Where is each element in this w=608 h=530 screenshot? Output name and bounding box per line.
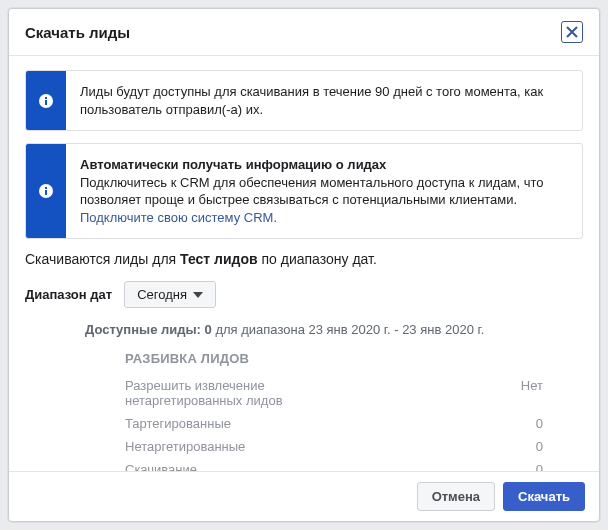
info-crm-text: Подключитесь к CRM для обеспечения момен…: [80, 175, 544, 208]
dialog-footer: Отмена Скачать: [9, 471, 599, 521]
date-range-row: Диапазон дат Сегодня: [25, 281, 583, 308]
available-leads-line: Доступные лиды: 0 для диапазона 23 янв 2…: [85, 322, 583, 337]
info-crm-title: Автоматически получать информацию о лида…: [80, 157, 386, 172]
available-suffix: для диапазона 23 янв 2020 г. - 23 янв 20…: [212, 322, 484, 337]
dialog-title: Скачать лиды: [25, 24, 130, 41]
chevron-down-icon: [193, 292, 203, 298]
info-content: Лиды будут доступны для скачивания в теч…: [66, 71, 582, 130]
date-range-value: Сегодня: [137, 287, 187, 302]
breakdown-label: Тартегированные: [125, 416, 231, 431]
date-range-dropdown[interactable]: Сегодня: [124, 281, 216, 308]
leads-prefix: Скачиваются лиды для: [25, 251, 180, 267]
info-content: Автоматически получать информацию о лида…: [66, 144, 582, 238]
svg-rect-6: [45, 187, 47, 189]
info-box-crm: Автоматически получать информацию о лида…: [25, 143, 583, 239]
cancel-button[interactable]: Отмена: [417, 482, 495, 511]
dialog-body: Лиды будут доступны для скачивания в теч…: [9, 56, 599, 471]
breakdown-title: РАЗБИВКА ЛИДОВ: [125, 351, 543, 366]
breakdown-label: Разрешить извлечение нетаргетированных л…: [125, 378, 365, 408]
download-button[interactable]: Скачать: [503, 482, 585, 511]
close-icon: [566, 26, 578, 38]
svg-rect-5: [45, 190, 47, 195]
download-leads-dialog: Скачать лиды Лиды будут доступны для ска…: [8, 8, 600, 522]
leads-for-line: Скачиваются лиды для Тест лидов по диапа…: [25, 251, 583, 267]
info-side: [26, 71, 66, 130]
leads-breakdown: РАЗБИВКА ЛИДОВ Разрешить извлечение нета…: [125, 351, 543, 471]
available-prefix: Доступные лиды:: [85, 322, 205, 337]
breakdown-row: Тартегированные 0: [125, 412, 543, 435]
breakdown-row: Нетаргетированные 0: [125, 435, 543, 458]
leads-suffix: по диапазону дат.: [258, 251, 377, 267]
breakdown-value: Нет: [521, 378, 543, 408]
breakdown-value: 0: [536, 416, 543, 431]
leads-form-name: Тест лидов: [180, 251, 258, 267]
breakdown-value: 0: [536, 439, 543, 454]
connect-crm-link[interactable]: Подключите свою систему CRM.: [80, 210, 277, 225]
breakdown-label: Скачивание: [125, 462, 197, 471]
close-button[interactable]: [561, 21, 583, 43]
breakdown-row: Разрешить извлечение нетаргетированных л…: [125, 374, 543, 412]
breakdown-row: Скачивание 0: [125, 458, 543, 471]
dialog-header: Скачать лиды: [9, 9, 599, 56]
svg-rect-2: [45, 100, 47, 105]
breakdown-label: Нетаргетированные: [125, 439, 245, 454]
available-count: 0: [205, 322, 212, 337]
svg-rect-3: [45, 97, 47, 99]
breakdown-value: 0: [536, 462, 543, 471]
info-icon: [38, 93, 54, 109]
info-box-retention: Лиды будут доступны для скачивания в теч…: [25, 70, 583, 131]
info-icon: [38, 183, 54, 199]
info-side: [26, 144, 66, 238]
info-retention-text: Лиды будут доступны для скачивания в теч…: [80, 84, 543, 117]
date-range-label: Диапазон дат: [25, 287, 112, 302]
